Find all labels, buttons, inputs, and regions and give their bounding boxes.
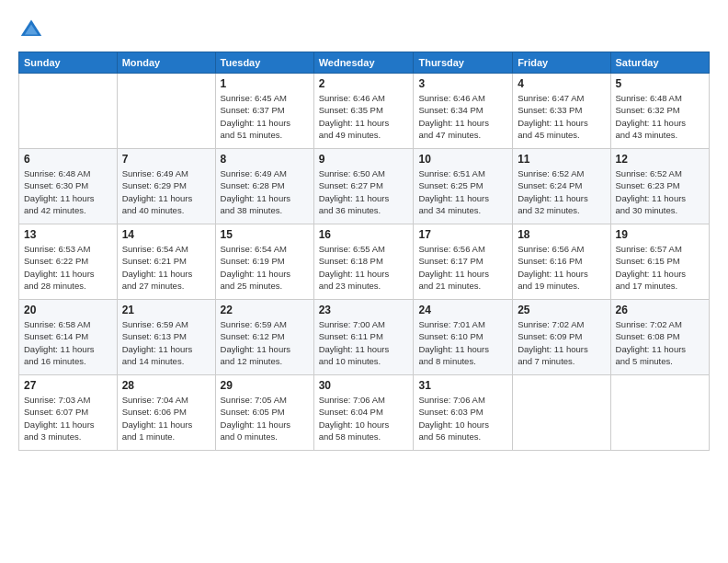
header-friday: Friday <box>513 52 610 74</box>
day-info: Sunrise: 6:52 AM Sunset: 6:24 PM Dayligh… <box>518 167 605 216</box>
day-cell: 28Sunrise: 7:04 AM Sunset: 6:06 PM Dayli… <box>117 375 215 451</box>
day-info: Sunrise: 7:02 AM Sunset: 6:09 PM Dayligh… <box>518 318 605 367</box>
day-cell: 8Sunrise: 6:49 AM Sunset: 6:28 PM Daylig… <box>215 149 313 224</box>
day-cell: 10Sunrise: 6:51 AM Sunset: 6:25 PM Dayli… <box>414 149 513 224</box>
day-info: Sunrise: 6:45 AM Sunset: 6:37 PM Dayligh… <box>221 92 309 141</box>
calendar-header-row: SundayMondayTuesdayWednesdayThursdayFrid… <box>19 52 710 74</box>
day-info: Sunrise: 6:57 AM Sunset: 6:15 PM Dayligh… <box>616 243 704 292</box>
day-cell: 17Sunrise: 6:56 AM Sunset: 6:17 PM Dayli… <box>414 224 513 300</box>
day-cell: 30Sunrise: 7:06 AM Sunset: 6:04 PM Dayli… <box>313 375 414 451</box>
week-row-2: 13Sunrise: 6:53 AM Sunset: 6:22 PM Dayli… <box>19 224 710 300</box>
day-cell: 5Sunrise: 6:48 AM Sunset: 6:32 PM Daylig… <box>610 74 709 149</box>
day-number: 28 <box>122 379 210 392</box>
day-info: Sunrise: 7:06 AM Sunset: 6:04 PM Dayligh… <box>319 394 409 442</box>
day-number: 16 <box>319 228 409 241</box>
day-cell: 7Sunrise: 6:49 AM Sunset: 6:29 PM Daylig… <box>117 149 215 224</box>
day-info: Sunrise: 7:03 AM Sunset: 6:07 PM Dayligh… <box>24 394 112 442</box>
day-number: 14 <box>122 228 210 241</box>
day-info: Sunrise: 6:56 AM Sunset: 6:16 PM Dayligh… <box>518 243 605 292</box>
day-number: 11 <box>518 153 605 166</box>
day-number: 2 <box>319 77 409 90</box>
day-info: Sunrise: 6:58 AM Sunset: 6:14 PM Dayligh… <box>24 318 112 367</box>
day-cell: 13Sunrise: 6:53 AM Sunset: 6:22 PM Dayli… <box>19 224 118 300</box>
week-row-0: 1Sunrise: 6:45 AM Sunset: 6:37 PM Daylig… <box>19 74 710 149</box>
day-cell: 24Sunrise: 7:01 AM Sunset: 6:10 PM Dayli… <box>414 300 513 375</box>
day-cell: 2Sunrise: 6:46 AM Sunset: 6:35 PM Daylig… <box>313 74 414 149</box>
logo <box>18 17 48 42</box>
day-number: 23 <box>319 304 409 316</box>
day-number: 9 <box>319 153 409 166</box>
day-number: 13 <box>24 228 112 241</box>
day-info: Sunrise: 6:51 AM Sunset: 6:25 PM Dayligh… <box>418 167 507 216</box>
day-cell: 16Sunrise: 6:55 AM Sunset: 6:18 PM Dayli… <box>313 224 414 300</box>
week-row-1: 6Sunrise: 6:48 AM Sunset: 6:30 PM Daylig… <box>19 149 710 224</box>
day-number: 19 <box>616 228 704 241</box>
header-sunday: Sunday <box>19 52 118 74</box>
day-cell: 11Sunrise: 6:52 AM Sunset: 6:24 PM Dayli… <box>513 149 610 224</box>
day-info: Sunrise: 6:47 AM Sunset: 6:33 PM Dayligh… <box>518 92 605 141</box>
day-number: 8 <box>221 153 309 166</box>
day-cell: 9Sunrise: 6:50 AM Sunset: 6:27 PM Daylig… <box>313 149 414 224</box>
day-number: 21 <box>122 304 210 316</box>
day-number: 26 <box>616 304 704 316</box>
day-number: 5 <box>616 77 704 90</box>
day-info: Sunrise: 7:01 AM Sunset: 6:10 PM Dayligh… <box>418 318 507 367</box>
header <box>18 17 710 42</box>
day-info: Sunrise: 7:05 AM Sunset: 6:05 PM Dayligh… <box>221 394 309 442</box>
day-number: 18 <box>518 228 605 241</box>
day-number: 25 <box>518 304 605 316</box>
day-info: Sunrise: 6:59 AM Sunset: 6:13 PM Dayligh… <box>122 318 210 367</box>
day-number: 29 <box>221 379 309 392</box>
day-info: Sunrise: 6:59 AM Sunset: 6:12 PM Dayligh… <box>221 318 309 367</box>
day-info: Sunrise: 6:48 AM Sunset: 6:32 PM Dayligh… <box>616 92 704 141</box>
day-cell: 4Sunrise: 6:47 AM Sunset: 6:33 PM Daylig… <box>513 74 610 149</box>
calendar: SundayMondayTuesdayWednesdayThursdayFrid… <box>18 52 710 451</box>
day-cell <box>19 74 118 149</box>
header-tuesday: Tuesday <box>215 52 313 74</box>
day-info: Sunrise: 7:06 AM Sunset: 6:03 PM Dayligh… <box>418 394 507 442</box>
day-cell: 25Sunrise: 7:02 AM Sunset: 6:09 PM Dayli… <box>513 300 610 375</box>
day-cell <box>117 74 215 149</box>
day-cell: 20Sunrise: 6:58 AM Sunset: 6:14 PM Dayli… <box>19 300 118 375</box>
day-cell: 21Sunrise: 6:59 AM Sunset: 6:13 PM Dayli… <box>117 300 215 375</box>
day-cell: 15Sunrise: 6:54 AM Sunset: 6:19 PM Dayli… <box>215 224 313 300</box>
header-thursday: Thursday <box>414 52 513 74</box>
day-number: 15 <box>221 228 309 241</box>
day-cell <box>610 375 709 451</box>
week-row-3: 20Sunrise: 6:58 AM Sunset: 6:14 PM Dayli… <box>19 300 710 375</box>
day-cell: 29Sunrise: 7:05 AM Sunset: 6:05 PM Dayli… <box>215 375 313 451</box>
day-cell: 23Sunrise: 7:00 AM Sunset: 6:11 PM Dayli… <box>313 300 414 375</box>
header-wednesday: Wednesday <box>313 52 414 74</box>
day-info: Sunrise: 6:50 AM Sunset: 6:27 PM Dayligh… <box>319 167 409 216</box>
day-number: 27 <box>24 379 112 392</box>
day-info: Sunrise: 7:00 AM Sunset: 6:11 PM Dayligh… <box>319 318 409 367</box>
day-info: Sunrise: 6:49 AM Sunset: 6:29 PM Dayligh… <box>122 167 210 216</box>
day-cell: 19Sunrise: 6:57 AM Sunset: 6:15 PM Dayli… <box>610 224 709 300</box>
page: SundayMondayTuesdayWednesdayThursdayFrid… <box>0 0 728 460</box>
day-info: Sunrise: 6:48 AM Sunset: 6:30 PM Dayligh… <box>24 167 112 216</box>
header-monday: Monday <box>117 52 215 74</box>
header-saturday: Saturday <box>610 52 709 74</box>
day-cell: 31Sunrise: 7:06 AM Sunset: 6:03 PM Dayli… <box>414 375 513 451</box>
day-cell <box>513 375 610 451</box>
day-info: Sunrise: 7:04 AM Sunset: 6:06 PM Dayligh… <box>122 394 210 442</box>
day-cell: 22Sunrise: 6:59 AM Sunset: 6:12 PM Dayli… <box>215 300 313 375</box>
day-info: Sunrise: 6:55 AM Sunset: 6:18 PM Dayligh… <box>319 243 409 292</box>
logo-icon <box>18 17 44 42</box>
day-cell: 27Sunrise: 7:03 AM Sunset: 6:07 PM Dayli… <box>19 375 118 451</box>
day-cell: 12Sunrise: 6:52 AM Sunset: 6:23 PM Dayli… <box>610 149 709 224</box>
day-number: 31 <box>418 379 507 392</box>
day-number: 7 <box>122 153 210 166</box>
day-info: Sunrise: 6:54 AM Sunset: 6:21 PM Dayligh… <box>122 243 210 292</box>
day-info: Sunrise: 7:02 AM Sunset: 6:08 PM Dayligh… <box>616 318 704 367</box>
day-cell: 6Sunrise: 6:48 AM Sunset: 6:30 PM Daylig… <box>19 149 118 224</box>
day-cell: 1Sunrise: 6:45 AM Sunset: 6:37 PM Daylig… <box>215 74 313 149</box>
day-number: 24 <box>418 304 507 316</box>
day-info: Sunrise: 6:49 AM Sunset: 6:28 PM Dayligh… <box>221 167 309 216</box>
day-number: 17 <box>418 228 507 241</box>
day-number: 1 <box>221 77 309 90</box>
day-cell: 14Sunrise: 6:54 AM Sunset: 6:21 PM Dayli… <box>117 224 215 300</box>
day-info: Sunrise: 6:46 AM Sunset: 6:34 PM Dayligh… <box>418 92 507 141</box>
day-number: 20 <box>24 304 112 316</box>
day-info: Sunrise: 6:54 AM Sunset: 6:19 PM Dayligh… <box>221 243 309 292</box>
